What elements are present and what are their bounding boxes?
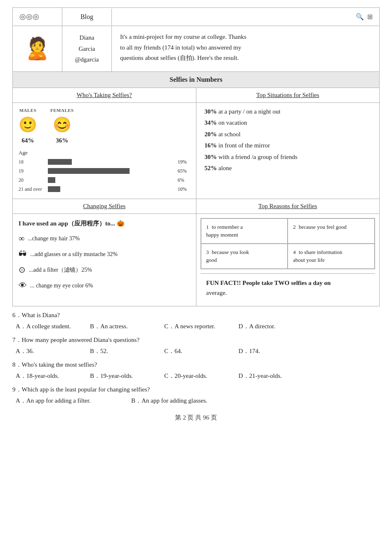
- changing-eye-text: ... change my eye color 6%: [30, 281, 93, 290]
- changing-item-filter: ⊙ ...add a filter（滤镜）25%: [19, 263, 190, 276]
- changing-selfies-col: Changing Selfies I have used an app（应用程序…: [13, 199, 196, 306]
- q8-option-d: D．21-year-olds.: [239, 371, 305, 381]
- glasses-icon: 🕶: [19, 248, 27, 260]
- top-situations-header[interactable]: Top Situations for Selfies: [196, 88, 380, 103]
- age-row-18: 18 19%: [19, 158, 190, 166]
- avatar: 🙎: [13, 26, 62, 71]
- q7-option-a: A．36.: [16, 346, 82, 356]
- situation-4: 16% in front of the mirror: [205, 141, 371, 150]
- reason-1: 1 to remember ahappy moment: [201, 218, 288, 244]
- q8-option-c: C．20-year-olds.: [164, 371, 230, 381]
- nav-blog[interactable]: Blog: [62, 9, 112, 25]
- eye-icon: 👁: [19, 279, 27, 292]
- reason-4-num: 4: [293, 249, 296, 255]
- age-19-bar: [48, 168, 130, 174]
- desc-line2: to all my friends (174 in total) who ans…: [120, 44, 241, 51]
- age-row-19: 19 65%: [19, 167, 190, 175]
- changing-title: I have used an app（应用程序）to... 🎃: [19, 219, 190, 228]
- age-21-bar: [48, 186, 60, 192]
- fun-fact-bold: FUN FACT!! People take TWO selfies a day…: [206, 280, 331, 286]
- age-18-bar: [48, 159, 72, 165]
- age-20-bar: [48, 177, 55, 183]
- grid-icon[interactable]: ⊞: [367, 12, 373, 22]
- situations-content: 30% at a party / on a night out 34% on v…: [196, 103, 380, 179]
- age-20-bar-container: [48, 177, 174, 183]
- q7-option-d: D．174.: [239, 346, 305, 356]
- age-19-label: 19: [19, 167, 45, 175]
- changing-selfies-header[interactable]: Changing Selfies: [13, 199, 196, 214]
- changing-glasses-text: ...add glasses or a silly mustache 32%: [30, 250, 118, 259]
- changing-hair-text: ...change my hair 37%: [28, 234, 80, 243]
- gender-row: MALES 🙂 64% FEMALES 😊 36%: [19, 107, 190, 145]
- questions-section: 6．What is Diana? A．A college student. B．…: [12, 311, 380, 406]
- question-8-text: 8．Who's taking the most selfies?: [12, 360, 380, 370]
- changing-item-eye: 👁 ... change my eye color 6%: [19, 279, 190, 292]
- male-emoji: 🙂: [19, 114, 37, 136]
- whos-taking-content: MALES 🙂 64% FEMALES 😊 36% Age 18: [13, 103, 196, 199]
- age-21-pct: 10%: [178, 185, 190, 193]
- males-pct: 64%: [22, 136, 34, 145]
- nav-search: 🔍 ⊞: [112, 9, 379, 25]
- selfies-in-numbers-header: Selfies in Numbers: [12, 72, 380, 88]
- age-20-pct: 6%: [178, 176, 190, 184]
- hair-icon: ∞: [19, 232, 24, 244]
- females-pct: 36%: [56, 136, 68, 145]
- profile-row: 🙎 Diana Garcia @dgarcia It's a mini-proj…: [12, 26, 380, 72]
- reasons-content: 1 to remember ahappy moment 2 because yo…: [196, 214, 380, 306]
- whos-taking-col: Who's Taking Selfies? MALES 🙂 64% FEMALE…: [13, 88, 196, 199]
- situation-6: 52% alone: [205, 164, 371, 173]
- age-table: Age 18 19% 19 65%: [19, 149, 190, 193]
- top-reasons-col: Top Reasons for Selfies 1 to remember ah…: [196, 199, 380, 306]
- reason-2: 2 because you feel good: [288, 218, 375, 244]
- q8-option-a: A．18-year-olds.: [16, 371, 82, 381]
- reason-2-num: 2: [293, 224, 296, 230]
- desc-line3: questions about selfies (自拍). Here's the…: [120, 55, 239, 61]
- males-label: MALES: [19, 107, 37, 114]
- search-icon[interactable]: 🔍: [356, 12, 364, 22]
- top-nav: ◎◎◎ Blog 🔍 ⊞: [12, 7, 380, 26]
- reasons-grid: 1 to remember ahappy moment 2 because yo…: [201, 218, 375, 269]
- question-8-options: A．18-year-olds. B．19-year-olds. C．20-yea…: [12, 371, 380, 381]
- situation-2: 34% on vacation: [205, 118, 371, 128]
- q7-option-b: B．52.: [90, 346, 156, 356]
- changing-item-glasses: 🕶 ...add glasses or a silly mustache 32%: [19, 248, 190, 260]
- age-18-bar-container: [48, 159, 174, 165]
- top-reasons-header[interactable]: Top Reasons for Selfies: [196, 199, 380, 214]
- age-row-20: 20 6%: [19, 176, 190, 184]
- q9-option-b: B．An app for adding glasses.: [131, 396, 208, 406]
- top-two-col: Who's Taking Selfies? MALES 🙂 64% FEMALE…: [12, 88, 380, 199]
- fun-fact-rest: average.: [206, 289, 227, 296]
- age-18-label: 18: [19, 158, 45, 166]
- age-18-pct: 19%: [178, 158, 190, 166]
- profile-name: Diana: [80, 33, 94, 43]
- profile-info: Diana Garcia @dgarcia: [62, 26, 112, 71]
- whos-taking-header[interactable]: Who's Taking Selfies?: [13, 88, 196, 103]
- q6-option-c: C．A news reporter.: [164, 322, 230, 331]
- question-6-options: A．A college student. B．An actress. C．A n…: [12, 322, 380, 331]
- question-8: 8．Who's taking the most selfies? A．18-ye…: [12, 360, 380, 381]
- question-7: 7．How many people answered Diana's quest…: [12, 335, 380, 356]
- situation-3: 20% at school: [205, 130, 371, 139]
- age-row-21: 21 and over 10%: [19, 185, 190, 193]
- q6-option-a: A．A college student.: [16, 322, 82, 331]
- situation-5: 30% with a friend /a group of friends: [205, 152, 371, 162]
- q8-option-b: B．19-year-olds.: [90, 371, 156, 381]
- q9-option-a: A．An app for adding a filter.: [16, 396, 123, 406]
- question-6-text: 6．What is Diana?: [12, 311, 380, 320]
- males-block: MALES 🙂 64%: [19, 107, 37, 145]
- age-20-label: 20: [19, 176, 45, 184]
- changing-item-hair: ∞ ...change my hair 37%: [19, 232, 190, 244]
- age-19-bar-container: [48, 168, 174, 174]
- desc-line1: It's a mini-project for my course at col…: [120, 33, 246, 40]
- age-19-pct: 65%: [178, 167, 190, 175]
- reason-3: 3 because you lookgood: [201, 244, 288, 269]
- q7-option-c: C．64.: [164, 346, 230, 356]
- top-situations-col: Top Situations for Selfies 30% at a part…: [196, 88, 380, 199]
- question-7-text: 7．How many people answered Diana's quest…: [12, 335, 380, 345]
- reason-3-num: 3: [206, 249, 209, 255]
- females-block: FEMALES 😊 36%: [50, 107, 74, 145]
- fun-fact: FUN FACT!! People take TWO selfies a day…: [201, 273, 375, 302]
- age-21-bar-container: [48, 186, 174, 192]
- changing-selfies-content: I have used an app（应用程序）to... 🎃 ∞ ...cha…: [13, 214, 196, 300]
- question-7-options: A．36. B．52. C．64. D．174.: [12, 346, 380, 356]
